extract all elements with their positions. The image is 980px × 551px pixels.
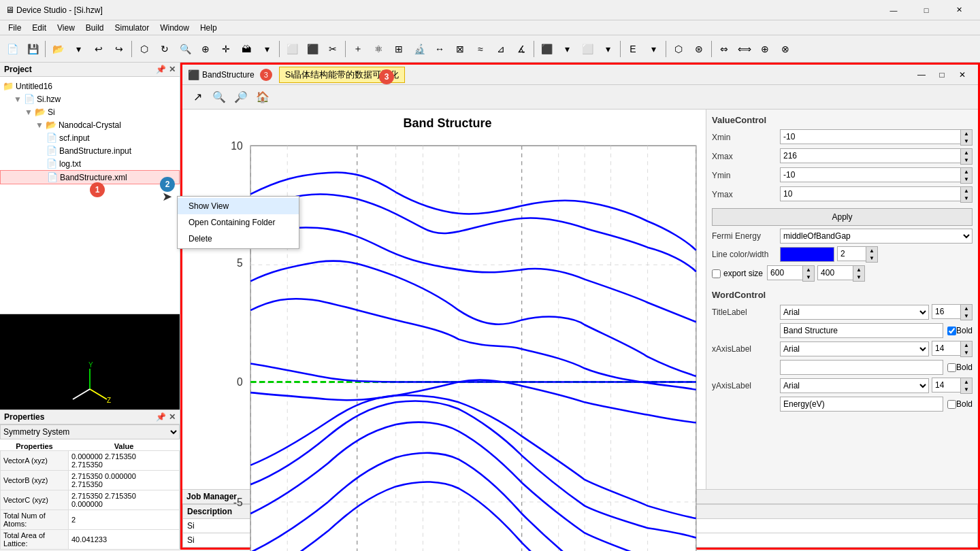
atom-tool3[interactable]: 🔬 <box>410 39 429 59</box>
band-export-btn[interactable]: ↗ <box>188 88 207 107</box>
export-height-down[interactable]: ▼ <box>853 273 864 281</box>
atom-tool6[interactable]: ≈ <box>471 39 490 59</box>
yaxis-text-input[interactable] <box>780 397 943 412</box>
e-dropdown[interactable]: ▾ <box>644 39 663 59</box>
title-font-select[interactable]: Arial <box>780 305 929 320</box>
e-btn[interactable]: E <box>623 39 642 59</box>
export-width-up[interactable]: ▲ <box>803 266 814 273</box>
menu-help[interactable]: Help <box>195 22 223 34</box>
fermi-select[interactable]: middleOfBandGap <box>780 229 973 244</box>
line-width-up[interactable]: ▲ <box>866 247 877 254</box>
band-restore-btn[interactable]: □ <box>932 65 952 84</box>
band-home-btn[interactable]: 🏠 <box>253 88 272 107</box>
ymin-input[interactable] <box>780 167 960 182</box>
export-width-input[interactable] <box>767 265 802 280</box>
xaxis-size-up[interactable]: ▲ <box>961 341 972 349</box>
new-button[interactable]: 📄 <box>3 39 22 59</box>
panel-pin-btn[interactable]: 📌 <box>156 65 166 74</box>
export-height-up[interactable]: ▲ <box>853 266 864 273</box>
extra-btn4[interactable]: ⊗ <box>776 39 795 59</box>
line-width-down[interactable]: ▼ <box>866 254 877 262</box>
bond-btn[interactable]: ⬡ <box>669 39 688 59</box>
ymax-up[interactable]: ▲ <box>961 187 972 195</box>
undo-button[interactable]: ↩ <box>89 39 108 59</box>
menu-view[interactable]: View <box>52 22 80 34</box>
view-btn2[interactable]: ⬛ <box>303 39 322 59</box>
title-size-down[interactable]: ▼ <box>961 312 972 320</box>
minimize-button[interactable]: — <box>878 0 909 20</box>
band-close-btn[interactable]: ✕ <box>952 65 973 84</box>
xaxis-size-down[interactable]: ▼ <box>961 349 972 356</box>
open-button[interactable]: 📂 <box>48 39 67 59</box>
tree-item-sihzw[interactable]: ▼ 📄 Si.hzw <box>0 93 180 105</box>
menu-build[interactable]: Build <box>80 22 110 34</box>
zoom-out-button[interactable]: ⊕ <box>196 39 215 59</box>
atom-tool7[interactable]: ⊿ <box>491 39 510 59</box>
xaxis-bold-checkbox[interactable] <box>947 363 956 372</box>
menu-file[interactable]: File <box>3 22 27 34</box>
3d-viewport[interactable]: Y Z <box>0 314 180 410</box>
redo-button[interactable]: ↪ <box>110 39 129 59</box>
atom-tool5[interactable]: ⊠ <box>451 39 470 59</box>
context-menu-show-view[interactable]: Show View <box>178 198 299 214</box>
add-atom[interactable]: ＋ <box>348 39 368 59</box>
xaxis-font-select[interactable]: Arial <box>780 341 929 356</box>
xaxis-size-input[interactable] <box>932 341 960 356</box>
atom-tool4[interactable]: ↔ <box>430 39 449 59</box>
bond-btn2[interactable]: ⊛ <box>689 39 708 59</box>
tree-item-bandstructureinput[interactable]: 📄 BandStructure.input <box>0 144 180 157</box>
zoom-in-button[interactable]: 🔍 <box>176 39 195 59</box>
context-menu-delete[interactable]: Delete <box>178 231 299 247</box>
xmin-down[interactable]: ▼ <box>961 137 972 145</box>
extra-btn2[interactable]: ⟺ <box>735 39 754 59</box>
line-width-input[interactable] <box>837 246 866 261</box>
band-minimize-btn[interactable]: — <box>911 65 932 84</box>
export-size-checkbox[interactable] <box>712 269 721 278</box>
save-button[interactable]: 💾 <box>23 39 42 59</box>
menu-edit[interactable]: Edit <box>27 22 52 34</box>
band-zoom-in-btn[interactable]: 🔍 <box>210 88 229 107</box>
ymax-input[interactable] <box>780 186 960 201</box>
tree-item-nanodcal[interactable]: ▼ 📂 Nanodcal-Crystal <box>0 118 180 131</box>
maximize-button[interactable]: □ <box>911 0 942 20</box>
select-button[interactable]: ⬡ <box>135 39 154 59</box>
xmin-input[interactable] <box>780 129 960 144</box>
export-height-input[interactable] <box>817 265 853 280</box>
xmax-up[interactable]: ▲ <box>961 149 972 156</box>
sim-dropdown2[interactable]: ▾ <box>598 39 617 59</box>
menu-simulator[interactable]: Simulator <box>110 22 155 34</box>
view-btn3[interactable]: ✂ <box>323 39 342 59</box>
build-dropdown[interactable]: ▾ <box>257 39 276 59</box>
extra-btn1[interactable]: ⇔ <box>715 39 734 59</box>
tree-item-logtxt[interactable]: 📄 log.txt <box>0 157 180 170</box>
xmax-down[interactable]: ▼ <box>961 156 972 164</box>
atom-tool2[interactable]: ⊞ <box>389 39 408 59</box>
menu-window[interactable]: Window <box>154 22 195 34</box>
xaxis-text-input[interactable] <box>780 360 943 375</box>
yaxis-size-down[interactable]: ▼ <box>961 386 972 393</box>
xmin-up[interactable]: ▲ <box>961 130 972 137</box>
apply-button[interactable]: Apply <box>712 208 973 226</box>
title-bold-checkbox[interactable] <box>947 327 956 335</box>
build-crystal-btn[interactable]: 🏔 <box>237 39 256 59</box>
tree-item-bandstructurexml[interactable]: 📄 BandStructure.xml <box>0 170 180 184</box>
open-dropdown[interactable]: ▾ <box>69 39 88 59</box>
title-size-input[interactable] <box>932 304 960 319</box>
close-button[interactable]: ✕ <box>943 0 975 20</box>
atom-tool[interactable]: ⚛ <box>369 39 388 59</box>
rotate-button[interactable]: ↻ <box>155 39 174 59</box>
sim-btn2[interactable]: ⬜ <box>578 39 597 59</box>
panel-close-btn[interactable]: ✕ <box>169 65 176 74</box>
ymin-up[interactable]: ▲ <box>961 168 972 176</box>
yaxis-size-up[interactable]: ▲ <box>961 378 972 386</box>
tree-item-si[interactable]: ▼ 📂 Si <box>0 105 180 118</box>
props-close-btn[interactable]: ✕ <box>169 412 176 422</box>
title-text-input[interactable] <box>780 323 943 338</box>
yaxis-size-input[interactable] <box>932 378 960 393</box>
atom-tool8[interactable]: ∡ <box>512 39 531 59</box>
context-menu-open-folder[interactable]: Open Containing Folder <box>178 214 299 231</box>
yaxis-font-select[interactable]: Arial <box>780 378 929 393</box>
export-width-down[interactable]: ▼ <box>803 273 814 281</box>
ymin-down[interactable]: ▼ <box>961 176 972 183</box>
tree-item-scfinput[interactable]: 📄 scf.input <box>0 131 180 144</box>
